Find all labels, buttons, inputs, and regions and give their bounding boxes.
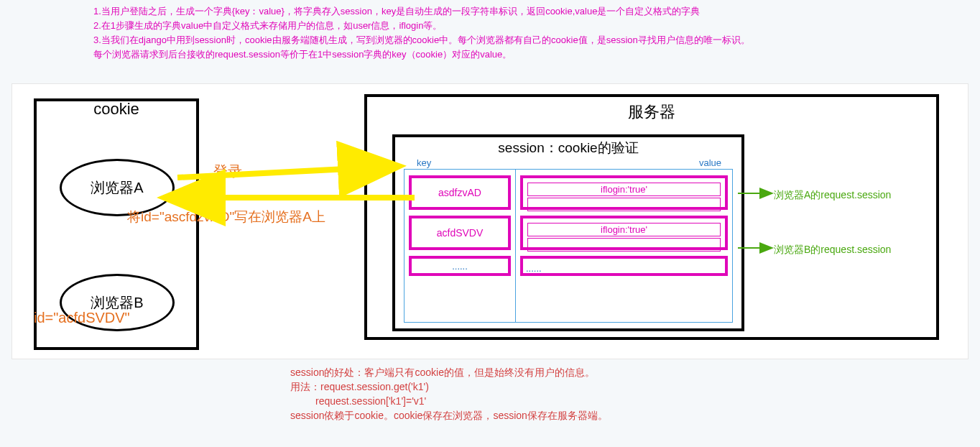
intro-line-3: 3.当我们在django中用到session时，cookie由服务端随机生成，写… (93, 33, 750, 47)
footer-line-3: request.session['k1']='v1' (290, 394, 608, 408)
key-column: asdfzvAD acfdSVDV ...... (405, 170, 516, 322)
intro-text: 1.当用户登陆之后，生成一个字典{key：value}，将字典存入session… (93, 4, 750, 62)
intro-line-2: 2.在1步骤生成的字典value中自定义格式来存储用户的信息，如user信息，i… (93, 19, 750, 33)
key-cell: asdfzvAD (409, 175, 511, 210)
value-column-label: value (699, 157, 721, 168)
key-text: acfdSVDV (437, 227, 484, 239)
login-arrow (177, 167, 389, 178)
value-inner: iflogin:'true' (527, 183, 721, 196)
footer-line-1: session的好处：客户端只有cookie的值，但是始终没有用户的信息。 (290, 365, 608, 379)
session-title: session：cookie的验证 (395, 139, 741, 157)
session-box: session：cookie的验证 key value asdfzvAD acf… (392, 134, 744, 331)
server-box: 服务器 session：cookie的验证 key value asdfzvAD… (364, 94, 939, 340)
annotation-browser-b: 浏览器B的request.session (774, 244, 891, 257)
value-inner-blank (527, 198, 721, 211)
value-cell: iflogin:'true' (520, 216, 728, 250)
value-cell: iflogin:'true' (520, 175, 728, 210)
server-title: 服务器 (367, 101, 936, 123)
key-column-label: key (417, 157, 431, 168)
footer-notes: session的好处：客户端只有cookie的值，但是始终没有用户的信息。 用法… (290, 365, 608, 423)
value-inner-blank (527, 238, 721, 252)
login-label: 登录 (213, 162, 242, 181)
diagram-canvas: cookie 浏览器A 浏览器B id="acfdSVDV" 登录 将id="a… (11, 83, 969, 359)
key-text: asdfzvAD (438, 187, 481, 198)
value-inner: iflogin:'true' (527, 223, 721, 236)
annotation-browser-a: 浏览器A的request.session (774, 189, 891, 202)
footer-line-2: 用法：request.session.get('k1') (290, 379, 608, 394)
key-cell-ellipsis: ...... (409, 256, 511, 276)
ellipsis: ...... (526, 263, 542, 274)
intro-line-1: 1.当用户登陆之后，生成一个字典{key：value}，将字典存入session… (93, 4, 750, 19)
value-column: iflogin:'true' iflogin:'true' ...... (516, 170, 732, 322)
session-table: asdfzvAD acfdSVDV ...... iflogin:'true' … (404, 169, 733, 323)
ellipsis: ...... (452, 261, 468, 272)
cookie-title: cookie (37, 100, 196, 119)
footer-line-4: session依赖于cookie。cookie保存在浏览器，session保存在… (290, 408, 608, 423)
intro-line-4: 每个浏览器请求到后台接收的request.session等价于在1中sessio… (93, 47, 750, 62)
write-id-label: 将id="ascfdzvAD"写在浏览器A上 (127, 208, 325, 226)
browser-b-id-label: id="acfdSVDV" (34, 310, 130, 326)
value-cell-ellipsis: ...... (520, 256, 728, 276)
key-cell: acfdSVDV (409, 216, 511, 250)
